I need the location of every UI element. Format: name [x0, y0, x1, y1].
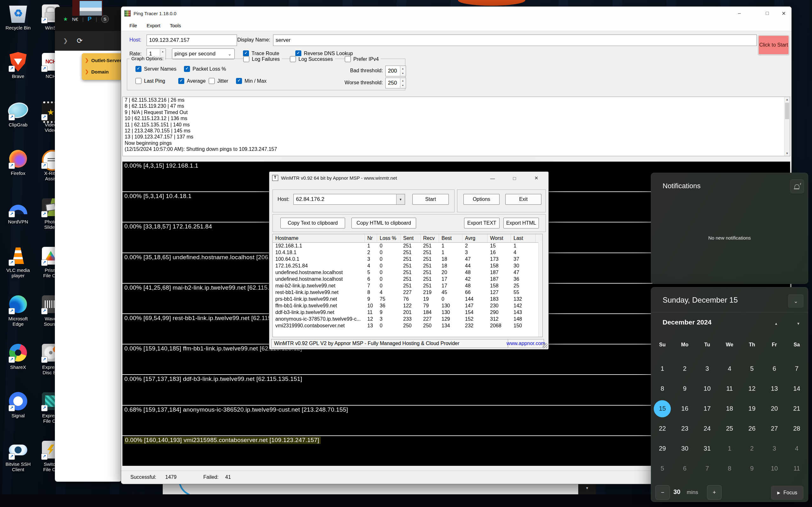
dropdown-arrow-icon[interactable]: ▼	[396, 194, 405, 205]
menu-tools[interactable]: Tools	[170, 23, 181, 28]
minimize-button[interactable]: —	[486, 174, 499, 182]
calendar-collapse-button[interactable]: ⌄	[788, 294, 803, 308]
maximize-button[interactable]: □	[760, 7, 774, 20]
calendar-day-16[interactable]: 16	[677, 401, 692, 416]
forward-icon[interactable]: ❯	[63, 38, 68, 44]
worse-threshold-input[interactable]: 250 ▲▼	[386, 78, 406, 89]
rate-unit-select[interactable]: pings per second ⌄	[172, 49, 235, 59]
table-row[interactable]: vmi2319990.contaboserver.net130250250134…	[273, 323, 542, 329]
close-button[interactable]: ✕	[776, 7, 791, 20]
calendar-day-19[interactable]: 19	[745, 401, 759, 416]
checkbox-jitter[interactable]: Jitter	[209, 78, 230, 84]
calendar-day-8[interactable]: 8	[655, 382, 670, 396]
display-name-input[interactable]: server	[273, 35, 757, 46]
checkbox-box[interactable]	[290, 56, 296, 62]
calendar-day-13[interactable]: 13	[767, 382, 781, 396]
table-scrollbar[interactable]	[538, 242, 542, 337]
checkbox-box[interactable]	[209, 78, 215, 84]
desktop-icon-clipgrab[interactable]: ↗ClipGrab	[1, 100, 36, 127]
calendar-day-25[interactable]: 25	[722, 421, 737, 436]
minimize-button[interactable]: –	[732, 7, 747, 20]
checkbox-last-ping[interactable]: Last Ping	[136, 78, 167, 84]
table-row[interactable]: anonymous-ic-378570.ip.twelve99-c...1232…	[273, 316, 542, 323]
calendar-day-23[interactable]: 23	[677, 421, 692, 436]
calendar-day-7[interactable]: 7	[790, 361, 804, 376]
maximize-button[interactable]: □	[508, 174, 521, 182]
calendar-day-5[interactable]: 5	[655, 461, 670, 476]
calendar-day-9[interactable]: 9	[745, 461, 759, 476]
bookmark-star-icon[interactable]: ★	[63, 16, 68, 22]
calendar-day-1[interactable]: 1	[655, 361, 670, 376]
bookmark-item-outlet-server[interactable]: ❯Outlet-Server	[82, 55, 121, 66]
column-header-loss[interactable]: Loss %	[377, 234, 401, 242]
table-row[interactable]: rest-bb1-link.ip.twelve99.net84227219456…	[273, 289, 542, 296]
table-header[interactable]: HostnameNrLoss %SentRecvBestAvrgWorstLas…	[273, 234, 542, 243]
export-text-button[interactable]: Export TEXT	[464, 218, 500, 228]
desktop-icon-bitvise-ssh-client[interactable]: ↗Bitvise SSH Client	[1, 440, 36, 472]
desktop-icon-firefox[interactable]: ↗Firefox	[1, 149, 36, 176]
desktop-icon-microsoft-edge[interactable]: ↗Microsoft Edge	[1, 294, 36, 327]
trace-table[interactable]: HostnameNrLoss %SentRecvBestAvrgWorstLas…	[272, 234, 543, 337]
desktop-icon-nordvpn[interactable]: ↗NordVPN	[1, 197, 36, 224]
calendar-day-17[interactable]: 17	[700, 401, 714, 416]
notification-settings-button[interactable]: z	[790, 179, 804, 193]
checkbox-average[interactable]: ✓Average	[178, 78, 207, 84]
bookmark-item-domain[interactable]: ❯Domain	[82, 66, 121, 77]
resize-grip[interactable]	[542, 343, 548, 348]
calendar-day-6[interactable]: 6	[767, 361, 781, 376]
desktop-icon-brave[interactable]: ↗Brave	[1, 52, 36, 79]
calendar-day-18[interactable]: 18	[722, 401, 737, 416]
calendar-day-9[interactable]: 9	[677, 382, 692, 396]
table-row[interactable]: prs-bb1-link.ip.twelve99.net975761901441…	[273, 296, 542, 302]
focus-plus-button[interactable]: +	[707, 485, 722, 500]
copy-text-button[interactable]: Copy Text to clipboard	[281, 218, 345, 228]
calendar-day-20[interactable]: 20	[767, 401, 781, 416]
checkbox-min-max[interactable]: ✓Min / Max	[236, 78, 268, 84]
checkbox-box[interactable]: ✓	[178, 78, 184, 84]
month-up-button[interactable]: ▲	[770, 319, 782, 328]
refresh-icon[interactable]: ⟳	[77, 37, 83, 45]
checkbox-server-names[interactable]: ✓Server Names	[136, 66, 178, 72]
calendar-day-15-selected[interactable]: 15	[654, 400, 671, 417]
desktop-icon-recycle-bin[interactable]: Recycle Bin	[1, 3, 36, 31]
paypal-icon[interactable]: P	[88, 15, 92, 22]
calendar-day-28[interactable]: 28	[790, 421, 804, 436]
checkbox-packet-loss[interactable]: ✓Packet Loss %	[184, 66, 228, 72]
focus-minus-button[interactable]: −	[655, 485, 670, 500]
checkbox-box[interactable]: ✓	[236, 78, 242, 84]
calendar-day-1[interactable]: 1	[722, 441, 737, 456]
calendar-day-29[interactable]: 29	[655, 441, 670, 456]
host-select[interactable]: 62.84.176.2 ▼	[293, 194, 405, 205]
calendar-day-5[interactable]: 5	[745, 361, 759, 376]
log-output[interactable]: 7 | 62.115.153.216 | 26 ms8 | 62.115.119…	[122, 97, 790, 156]
calendar-day-3[interactable]: 3	[700, 361, 714, 376]
close-button[interactable]: ✕	[530, 174, 543, 182]
scroll-up-icon[interactable]: ▲	[784, 98, 790, 101]
calendar-day-26[interactable]: 26	[745, 421, 759, 436]
desktop-icon-vlc-media-player[interactable]: ↗VLC media player	[1, 245, 36, 278]
checkbox-log-failures[interactable]: Log Failures	[243, 56, 282, 62]
table-row[interactable]: 10.4.18.12025125113164	[273, 249, 542, 256]
title-bar[interactable]: Ping Tracer 1.18.0.0	[121, 7, 792, 20]
focus-button[interactable]: ▶ Focus	[771, 486, 803, 500]
column-header-avrg[interactable]: Avrg	[462, 234, 488, 242]
calendar-day-21[interactable]: 21	[790, 401, 804, 416]
calendar-day-2[interactable]: 2	[677, 361, 692, 376]
column-header-hostname[interactable]: Hostname	[273, 234, 365, 242]
table-row[interactable]: ffm-bb1-link.ip.twelve99.net103612279130…	[273, 302, 542, 309]
calendar-day-12[interactable]: 12	[745, 382, 759, 396]
calendar-day-30[interactable]: 30	[677, 441, 692, 456]
column-header-recv[interactable]: Recv	[420, 234, 439, 242]
calendar-day-2[interactable]: 2	[745, 441, 759, 456]
click-to-start-button[interactable]: Click to Start	[758, 35, 789, 55]
calendar-day-8[interactable]: 8	[722, 461, 737, 476]
browser-tab-label[interactable]: N€	[72, 16, 78, 22]
bad-threshold-spinner[interactable]: ▲▼	[400, 66, 405, 76]
host-input[interactable]: 109.123.247.157	[147, 35, 237, 46]
scrollbar-thumb[interactable]	[785, 103, 789, 119]
menu-export[interactable]: Export	[147, 23, 160, 28]
bad-threshold-input[interactable]: 200 ▲▼	[386, 66, 406, 76]
calendar-day-10[interactable]: 10	[700, 382, 714, 396]
checkbox-box[interactable]	[243, 56, 249, 62]
calendar-day-31[interactable]: 31	[700, 441, 714, 456]
